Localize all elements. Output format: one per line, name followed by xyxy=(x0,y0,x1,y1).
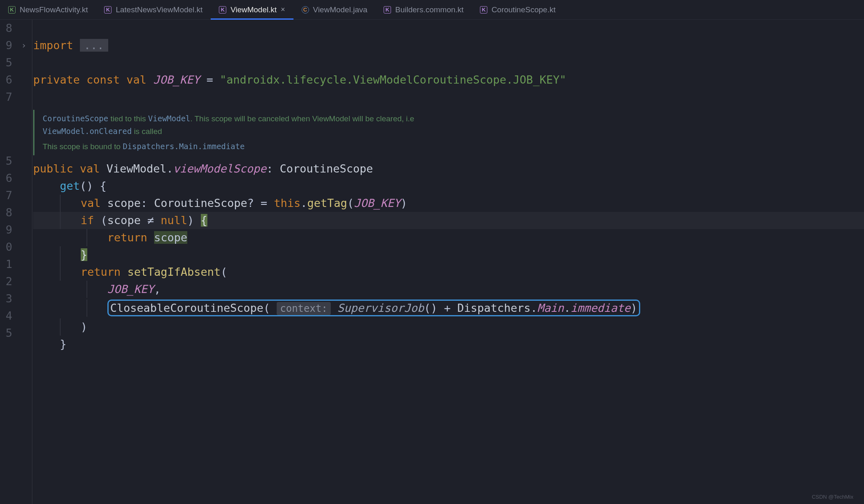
ident-scope: scope xyxy=(107,197,141,209)
tab-latestnewsviewmodel[interactable]: K LatestNewsViewModel.kt xyxy=(96,0,211,19)
keyword-const: const xyxy=(86,73,120,86)
fold-gutter: › xyxy=(16,20,32,504)
line-number: 7 xyxy=(0,187,16,204)
ident-jobkey: JOB_KEY xyxy=(107,283,154,295)
keyword-if: if xyxy=(81,214,94,227)
line-number: 5 xyxy=(0,325,16,342)
keyword-import: import xyxy=(33,39,73,52)
ident-immediate: immediate xyxy=(571,302,630,314)
doc-text: is called xyxy=(134,127,162,136)
close-icon[interactable]: × xyxy=(281,5,285,14)
line-number: 8 xyxy=(0,204,16,221)
fn-settagifabsent: setTagIfAbsent xyxy=(127,266,221,278)
line-number: 9 xyxy=(0,37,16,54)
editor-area[interactable]: 8 9 5 6 7 5 6 7 8 9 0 1 2 3 4 5 › import… xyxy=(0,20,864,504)
tab-label: ViewModel.kt xyxy=(230,5,277,14)
fn-gettag: getTag xyxy=(307,197,348,209)
kotlin-file-icon: K xyxy=(480,6,487,14)
line-number: 8 xyxy=(0,20,16,37)
doc-text: This scope is bound to xyxy=(43,142,121,151)
line-number: 5 xyxy=(0,152,16,170)
fn-supervisorjob: SupervisorJob xyxy=(337,302,424,314)
line-number: 3 xyxy=(0,290,16,307)
brace-match: } xyxy=(81,248,87,261)
kdoc-comment: CoroutineScope tied to this ViewModel. T… xyxy=(33,110,864,155)
tab-newsflowactivity[interactable]: K NewsFlowActivity.kt xyxy=(0,0,96,19)
keyword-val: val xyxy=(80,162,100,175)
tab-label: Builders.common.kt xyxy=(395,5,464,14)
keyword-this: this xyxy=(274,197,300,209)
keyword-public: public xyxy=(33,162,73,175)
tab-coroutinescope[interactable]: K CoroutineScope.kt xyxy=(472,0,564,19)
tab-label: CoroutineScope.kt xyxy=(491,5,555,14)
op-not-equal: ≠ xyxy=(147,214,154,227)
string-literal: "androidx.lifecycle.ViewModelCoroutineSc… xyxy=(220,73,566,86)
doc-ref: ViewModel xyxy=(148,114,190,123)
line-number: 7 xyxy=(0,89,16,106)
kotlin-file-icon: K xyxy=(8,6,16,14)
kotlin-file-icon: K xyxy=(219,6,226,14)
ident-scope: scope xyxy=(107,214,141,227)
keyword-private: private xyxy=(33,73,80,86)
line-number: 9 xyxy=(0,221,16,238)
doc-ref: ViewModel.onCleared xyxy=(43,127,132,136)
type-viewmodel: ViewModel xyxy=(107,162,166,175)
property-name: viewModelScope xyxy=(173,162,266,175)
keyword-return: return xyxy=(107,231,148,244)
fn-closeablecoroutinescope: CloseableCoroutineScope xyxy=(110,302,264,314)
line-number: 4 xyxy=(0,307,16,325)
parameter-hint: context: xyxy=(277,302,331,315)
tab-viewmodel-kt[interactable]: K ViewModel.kt × xyxy=(211,0,293,19)
tab-label: ViewModel.java xyxy=(313,5,368,14)
doc-ref: Dispatchers.Main.immediate xyxy=(123,142,244,151)
editor-tab-bar: K NewsFlowActivity.kt K LatestNewsViewMo… xyxy=(0,0,864,20)
watermark: CSDN @TechMix xyxy=(812,494,853,500)
tab-viewmodel-java[interactable]: C ViewModel.java xyxy=(293,0,376,19)
kotlin-file-icon: K xyxy=(384,6,391,14)
line-number: 0 xyxy=(0,238,16,256)
java-file-icon: C xyxy=(302,6,309,14)
ident-jobkey: JOB_KEY xyxy=(153,73,200,86)
tab-label: LatestNewsViewModel.kt xyxy=(116,5,202,14)
type-coroutinescope: CoroutineScope xyxy=(280,162,373,175)
folded-region[interactable]: ... xyxy=(80,39,108,52)
keyword-val: val xyxy=(81,197,101,209)
code-area[interactable]: import ... private const val JOB_KEY = "… xyxy=(32,20,864,504)
keyword-null: null xyxy=(161,214,187,227)
ident-scope-hl: scope xyxy=(154,231,187,244)
doc-ref: CoroutineScope xyxy=(43,114,108,123)
type-coroutinescope: CoroutineScope xyxy=(154,197,248,209)
chevron-right-icon[interactable]: › xyxy=(21,37,26,54)
keyword-return: return xyxy=(81,266,121,278)
keyword-get: get xyxy=(60,179,80,192)
line-number: 1 xyxy=(0,256,16,273)
line-number: 6 xyxy=(0,170,16,187)
tab-builders-common[interactable]: K Builders.common.kt xyxy=(375,0,472,19)
line-number-gutter: 8 9 5 6 7 5 6 7 8 9 0 1 2 3 4 5 xyxy=(0,20,16,504)
line-number: 5 xyxy=(0,54,16,71)
highlighted-expression: CloseableCoroutineScope( context: Superv… xyxy=(107,300,640,316)
line-number: 6 xyxy=(0,71,16,89)
keyword-val: val xyxy=(127,73,147,86)
doc-text: . This scope will be canceled when ViewM… xyxy=(190,114,414,123)
ident-main: Main xyxy=(537,302,564,314)
doc-text: tied to this xyxy=(110,114,146,123)
kotlin-file-icon: K xyxy=(104,6,111,14)
line-number: 2 xyxy=(0,273,16,290)
tab-label: NewsFlowActivity.kt xyxy=(20,5,88,14)
ident-dispatchers: Dispatchers xyxy=(457,302,531,314)
ident-jobkey: JOB_KEY xyxy=(354,197,400,209)
caret-position: { xyxy=(201,214,207,227)
